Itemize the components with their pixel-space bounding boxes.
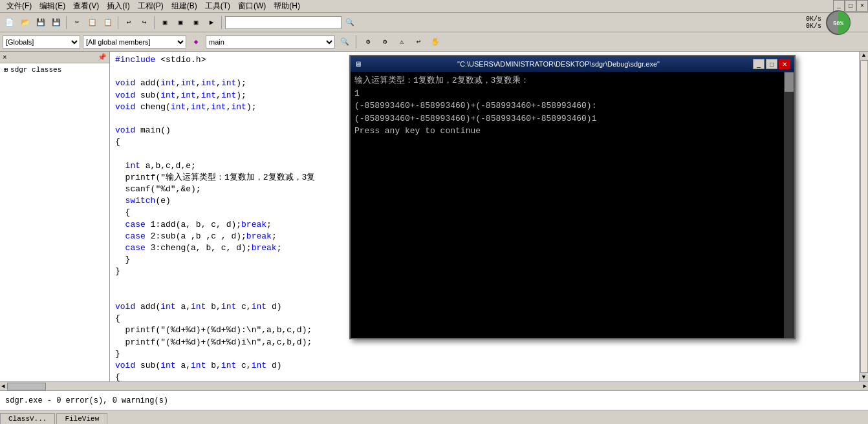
debug-btn3[interactable]: ⚠ [395, 35, 409, 49]
menu-file[interactable]: 文件(F) [3, 1, 36, 12]
upload-speed: 0K/s [806, 16, 821, 23]
separator-2 [118, 16, 119, 29]
main-window: _ □ × 文件(F) 编辑(E) 查看(V) 插入(I) 工程(P) 组建(B… [0, 0, 868, 424]
menu-build[interactable]: 组建(B) [168, 1, 201, 12]
console-maximize-btn[interactable]: □ [766, 59, 777, 69]
build-btn3[interactable]: ▣ [189, 16, 203, 30]
console-line-3: (-858993460+-858993460)+(-858993460+-858… [354, 100, 780, 112]
console-window-controls: _ □ ✕ [753, 59, 790, 69]
expand-icon: ⊞ [4, 66, 8, 74]
menu-view[interactable]: 查看(V) [69, 1, 103, 12]
console-line-2: 1 [354, 87, 780, 100]
scroll-up-btn[interactable]: ▲ [862, 52, 866, 59]
menu-insert[interactable]: 插入(I) [103, 1, 133, 12]
debug-btn5[interactable]: ✋ [428, 35, 442, 49]
nav-btn[interactable]: 🔍 [338, 35, 352, 49]
debug-btn2[interactable]: ⚙ [378, 35, 392, 49]
console-close-btn[interactable]: ✕ [779, 59, 790, 69]
scroll-right-btn[interactable]: ▶ [862, 383, 868, 390]
search-go-button[interactable]: 🔍 [343, 16, 357, 30]
editor-scrollbar-v[interactable]: ▲ ▼ [859, 52, 868, 381]
editor-area: × 📌 ⊞ sdgr classes #include <stdio.h> vo… [0, 52, 868, 381]
svg-text:50%: 50% [833, 21, 844, 27]
console-line-1: 输入运算类型：1复数加，2复数减，3复数乘： [354, 74, 780, 87]
console-title-text: "C:\USERS\ADMINISTRATOR\DESKTOP\sdgr\Deb… [457, 60, 660, 68]
close-button[interactable]: × [856, 0, 868, 12]
members-selector[interactable]: [All global members] [83, 36, 186, 48]
members-icon: ◆ [189, 35, 203, 49]
separator-4 [221, 16, 222, 29]
sidebar-item-classes[interactable]: ⊞ sdgr classes [1, 65, 108, 75]
debug-btn1[interactable]: ⚙ [361, 35, 375, 49]
sidebar-title-text: × [3, 54, 7, 61]
menu-tools[interactable]: 工具(T) [201, 1, 234, 12]
scroll-thumb-h[interactable] [7, 383, 46, 390]
menu-edit[interactable]: 编辑(E) [36, 1, 69, 12]
bottom-tabs: ClassV... FileView [0, 410, 868, 424]
code-line-26: } [115, 348, 854, 360]
console-minimize-btn[interactable]: _ [753, 59, 765, 69]
save-all-button[interactable]: 💾 [49, 16, 63, 30]
toolbar-main: 📄 📂 💾 💾 ✂ 📋 📋 ↩ ↪ ▣ ▣ ▣ ▶ 🔍 0K/s 0K/s [0, 13, 868, 32]
console-titlebar: 🖥 "C:\USERS\ADMINISTRATOR\DESKTOP\sdgr\D… [351, 56, 794, 72]
code-line-28: { [115, 372, 854, 381]
console-window: 🖥 "C:\USERS\ADMINISTRATOR\DESKTOP\sdgr\D… [349, 55, 796, 339]
tab-fileview[interactable]: FileView [56, 413, 107, 424]
console-body: 输入运算类型：1复数加，2复数减，3复数乘： 1 (-858993460+-85… [351, 72, 794, 338]
cut-button[interactable]: ✂ [70, 16, 84, 30]
function-selector[interactable]: main [206, 36, 335, 48]
build-btn2[interactable]: ▣ [173, 16, 188, 30]
separator-1 [66, 16, 67, 29]
open-button[interactable]: 📂 [18, 16, 32, 30]
menu-project[interactable]: 工程(P) [134, 1, 168, 12]
console-line-5: Press any key to continue [354, 125, 780, 138]
bottom-section: sdgr.exe - 0 error(s), 0 warning(s) Clas… [0, 390, 868, 424]
tab-classview[interactable]: ClassV... [0, 413, 55, 424]
console-line-4: (-858993460+-858993460)+(-858993460+-858… [354, 112, 780, 125]
new-button[interactable]: 📄 [3, 16, 17, 30]
output-bar: sdgr.exe - 0 error(s), 0 warning(s) [0, 390, 868, 410]
scroll-thumb-v[interactable] [860, 60, 868, 373]
sidebar-tree: ⊞ sdgr classes [0, 63, 109, 381]
search-input[interactable] [225, 16, 342, 29]
sep5 [356, 36, 357, 48]
scroll-left-btn[interactable]: ◀ [0, 383, 6, 390]
redo-button[interactable]: ↪ [137, 16, 151, 30]
sidebar-pin-btn[interactable]: 📌 [98, 53, 107, 61]
menu-help[interactable]: 帮助(H) [270, 1, 304, 12]
bandwidth-values: 0K/s 0K/s [806, 16, 821, 30]
sidebar-title-bar: × 📌 [0, 52, 109, 63]
console-title-icon: 🖥 [354, 60, 362, 68]
code-line-27: void sub(int a,int b,int c,int d) [115, 360, 854, 372]
build-btn1[interactable]: ▣ [158, 16, 172, 30]
sidebar: × 📌 ⊞ sdgr classes [0, 52, 110, 381]
menu-window[interactable]: 窗口(W) [234, 1, 270, 12]
scroll-down-btn[interactable]: ▼ [862, 374, 866, 381]
menu-bar: 文件(F) 编辑(E) 查看(V) 插入(I) 工程(P) 组建(B) 工具(T… [0, 0, 868, 13]
debug-btn4[interactable]: ↩ [411, 35, 426, 49]
bandwidth-circle: 50% [824, 8, 852, 37]
paste-button[interactable]: 📋 [101, 16, 115, 30]
copy-button[interactable]: 📋 [85, 16, 100, 30]
run-button[interactable]: ▶ [204, 16, 219, 30]
editor-scrollbar-h[interactable]: ◀ ▶ [0, 381, 868, 390]
save-button[interactable]: 💾 [34, 16, 48, 30]
console-output: 输入运算类型：1复数加，2复数减，3复数乘： 1 (-858993460+-85… [351, 72, 784, 338]
download-speed: 0K/s [806, 23, 821, 30]
sidebar-item-label: sdgr classes [10, 66, 61, 74]
console-scrollbar[interactable] [784, 72, 794, 338]
separator-3 [154, 16, 155, 29]
toolbar-secondary: [Globals] [All global members] ◆ main 🔍 … [0, 32, 868, 52]
output-text: sdgr.exe - 0 error(s), 0 warning(s) [5, 396, 168, 405]
console-scroll-thumb[interactable] [785, 72, 794, 92]
scope-selector[interactable]: [Globals] [3, 36, 80, 48]
undo-button[interactable]: ↩ [122, 16, 136, 30]
